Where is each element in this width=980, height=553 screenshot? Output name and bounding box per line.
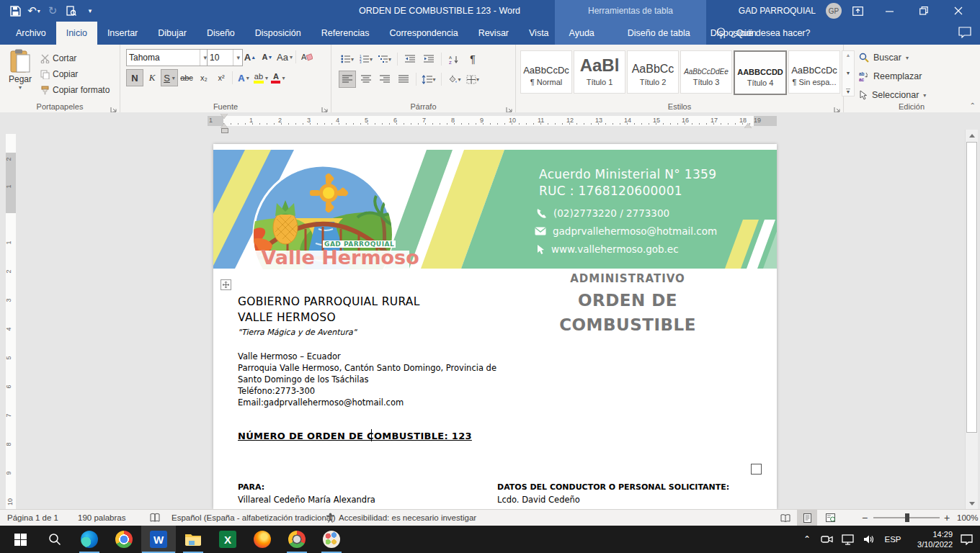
web-layout-button[interactable] <box>820 510 840 526</box>
taskbar-firefox-icon[interactable] <box>245 526 280 553</box>
print-preview-icon[interactable] <box>62 1 81 20</box>
taskbar-chrome-profile-icon[interactable] <box>280 526 314 553</box>
avatar[interactable]: GP <box>826 3 842 19</box>
undo-icon[interactable]: ↶▾ <box>24 1 43 20</box>
font-size-combo[interactable]: 10▾ <box>207 49 243 66</box>
taskbar-explorer-icon[interactable] <box>176 526 210 553</box>
scroll-down-icon[interactable] <box>966 498 978 509</box>
justify-button[interactable] <box>395 71 412 88</box>
tab-revisar[interactable]: Revisar <box>468 22 519 45</box>
font-name-combo[interactable]: Tahoma▾ <box>126 49 210 66</box>
sort-button[interactable]: AZ <box>445 50 463 68</box>
select-button[interactable]: Seleccionar▾ <box>859 87 926 103</box>
tab-vista[interactable]: Vista <box>519 22 559 45</box>
tab-archivo[interactable]: Archivo <box>6 22 56 45</box>
restore-button[interactable] <box>908 0 940 22</box>
replace-button[interactable]: abac Reemplazar <box>859 68 926 84</box>
close-button[interactable] <box>943 0 974 22</box>
cut-button[interactable]: Cortar <box>40 50 110 66</box>
document-page[interactable]: Acuerdo Ministerial N° 1359 RUC : 176812… <box>213 144 777 509</box>
table-move-handle-icon[interactable] <box>220 279 231 290</box>
tab-referencias[interactable]: Referencias <box>311 22 380 45</box>
comments-icon[interactable] <box>958 27 971 38</box>
text-effects-button[interactable]: A▾ <box>235 69 252 86</box>
collapse-ribbon-icon[interactable]: ⌃ <box>970 102 976 109</box>
font-size-dropdown-arrow[interactable]: ▾ <box>233 50 240 66</box>
scrollbar-thumb[interactable] <box>966 142 977 433</box>
first-line-indent-marker[interactable] <box>220 114 228 119</box>
strikethrough-button[interactable]: abc <box>178 69 195 86</box>
read-mode-button[interactable] <box>775 510 796 526</box>
action-center-icon[interactable] <box>956 526 977 553</box>
borders-button[interactable]: ▾ <box>464 71 481 88</box>
style-titulo-3[interactable]: AaBbCcDdEe Título 3 <box>680 50 732 94</box>
taskbar-search-icon[interactable] <box>37 526 72 553</box>
paste-dropdown-arrow[interactable]: ▾ <box>4 84 36 91</box>
tab-diseno-de-tabla[interactable]: Diseño de tabla <box>618 22 700 45</box>
highlight-button[interactable]: ab ▾ <box>252 69 270 86</box>
numbering-button[interactable]: 123▾ <box>357 50 375 68</box>
font-name-dropdown-arrow[interactable]: ▾ <box>200 50 207 66</box>
vertical-ruler[interactable]: 2112345678910 <box>6 134 16 509</box>
taskbar-edge-icon[interactable] <box>72 526 107 553</box>
style-sin-espaciado[interactable]: AaBbCcDc ¶ Sin espa... <box>788 50 840 94</box>
vertical-scrollbar[interactable] <box>965 130 978 509</box>
redo-icon[interactable]: ↻ <box>43 1 62 20</box>
tab-correspondencia[interactable]: Correspondencia <box>379 22 468 45</box>
account-name[interactable]: GAD PARROQUIAL <box>739 0 816 22</box>
tray-meet-now-icon[interactable] <box>817 526 836 553</box>
taskbar-excel-icon[interactable]: X <box>210 526 245 553</box>
style-normal[interactable]: AaBbCcDc ¶ Normal <box>520 50 572 94</box>
format-painter-button[interactable]: Copiar formato <box>40 82 110 98</box>
tray-volume-icon[interactable] <box>859 526 879 553</box>
left-indent-marker[interactable] <box>221 128 228 133</box>
empty-checkbox[interactable] <box>751 464 762 475</box>
dialog-launcher-portapapeles[interactable] <box>110 103 117 110</box>
tell-me-box[interactable]: ¿Qué desea hacer? <box>716 22 811 45</box>
print-layout-button[interactable] <box>797 510 817 526</box>
dialog-launcher-parrafo[interactable] <box>506 103 513 110</box>
style-titulo-1[interactable]: AaBl Título 1 <box>574 50 625 94</box>
zoom-out-button[interactable]: − <box>862 510 868 526</box>
hanging-indent-marker[interactable] <box>220 123 228 128</box>
subscript-button[interactable]: x₂ <box>195 69 213 86</box>
shrink-font-button[interactable]: A▼ <box>259 48 276 66</box>
font-color-button[interactable]: A ▾ <box>270 69 287 86</box>
horizontal-ruler[interactable]: 1 123456789101112131415161718 19 <box>208 116 777 126</box>
page-indicator[interactable]: Página 1 de 1 <box>7 510 58 526</box>
shading-button[interactable]: ▾ <box>445 71 463 88</box>
show-marks-button[interactable]: ¶ <box>464 50 481 68</box>
bullets-button[interactable]: ▾ <box>339 50 356 68</box>
superscript-button[interactable]: x² <box>213 69 230 86</box>
increase-indent-button[interactable] <box>420 50 437 68</box>
tab-diseno[interactable]: Diseño <box>197 22 245 45</box>
style-titulo-4[interactable]: AABBCCDD Título 4 <box>734 50 787 95</box>
style-titulo-2[interactable]: AaBbCc Título 2 <box>627 50 679 94</box>
word-count[interactable]: 190 palabras <box>78 510 126 526</box>
zoom-in-button[interactable]: + <box>944 510 950 526</box>
proofing-icon[interactable] <box>150 510 160 526</box>
tray-language[interactable]: ESP <box>881 526 905 553</box>
taskbar-paint-icon[interactable] <box>314 526 349 553</box>
tab-inicio[interactable]: Inicio <box>56 22 97 45</box>
zoom-percentage[interactable]: 100% <box>957 510 978 526</box>
change-case-button[interactable]: Aa▾ <box>276 48 293 66</box>
align-left-button[interactable] <box>339 71 356 88</box>
customize-qat-icon[interactable]: ▾ <box>81 1 99 20</box>
start-button[interactable] <box>3 526 37 553</box>
align-center-button[interactable] <box>357 71 375 88</box>
paste-button[interactable]: Pegar ▾ <box>4 49 36 96</box>
accessibility-status[interactable]: Accesibilidad: es necesario investigar <box>326 510 476 526</box>
clear-formatting-button[interactable]: A <box>298 48 316 66</box>
minimize-button[interactable] <box>873 0 905 22</box>
tray-network-icon[interactable] <box>837 526 858 553</box>
tray-chevron-icon[interactable]: ⌃ <box>798 526 816 553</box>
grow-font-button[interactable]: A▲ <box>241 48 259 66</box>
tab-insertar[interactable]: Insertar <box>97 22 148 45</box>
dialog-launcher-estilos[interactable] <box>834 103 841 110</box>
multilevel-list-button[interactable]: ▾ <box>376 50 393 68</box>
align-right-button[interactable] <box>376 71 393 88</box>
decrease-indent-button[interactable] <box>401 50 419 68</box>
bold-button[interactable]: N <box>126 69 143 86</box>
scroll-up-icon[interactable] <box>966 130 978 141</box>
